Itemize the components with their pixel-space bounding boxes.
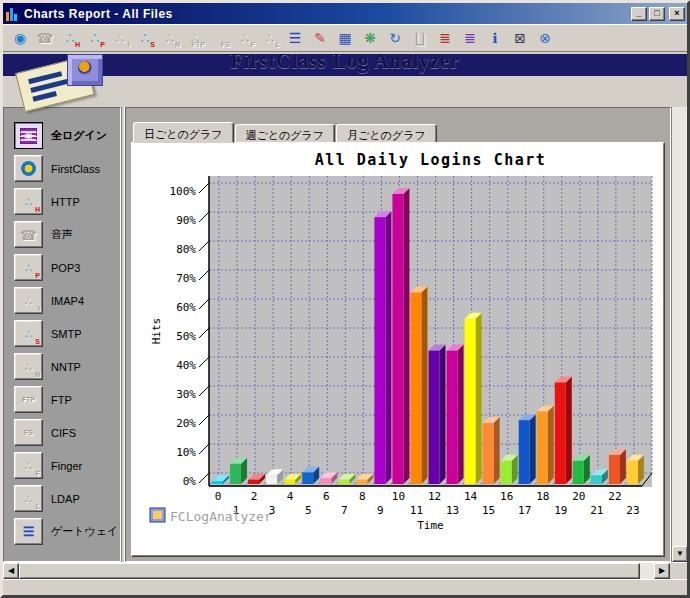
sidebar-item-label: IMAP4 [51,295,84,307]
sidebar-item-nntp[interactable]: ∴NNNTP [14,350,120,383]
smtp-icon: ∴ [141,31,150,45]
banner: FirstClass Log Analyzer [3,52,687,107]
title-bar[interactable]: Charts Report - All Files _ □ × [3,3,687,24]
imap4-icon: ∴ [116,31,125,45]
tab-monthly[interactable]: 月ごとのグラフ [336,124,437,143]
toolbar-button-firstclass[interactable]: ◉ [9,27,31,49]
toolbar-button-imap4[interactable]: ∴I [109,27,131,49]
toolbar-button-nntp[interactable]: ∴N [159,27,181,49]
sidebar-item-firstclass[interactable]: FirstClass [14,152,120,185]
sidebar-item-smtp[interactable]: ∴SSMTP [14,317,120,350]
finger-icon: ∴F [15,459,42,473]
sidebar-button-finger[interactable]: ∴F [14,452,43,479]
ldap-icon: ∴ [266,31,275,45]
sidebar-button-smtp[interactable]: ∴S [14,320,43,347]
toolbar-button-user-paint[interactable]: ✎ [309,27,331,49]
bar-hour-12 [429,345,446,484]
scroll-right-button[interactable]: ▶ [654,563,670,579]
x-tick-label: 21 [590,504,603,517]
sidebar-item-ldap[interactable]: ∴LLDAP [14,482,120,515]
sidebar-button-ldap[interactable]: ∴L [14,485,43,512]
bar-hour-20 [573,455,590,484]
sidebar-button-all-logins[interactable]: ◉ [14,122,43,149]
sidebar-button-imap4[interactable]: ∴I [14,287,43,314]
close-button[interactable]: × [669,7,685,21]
ldap-letter: L [276,41,280,48]
sidebar-item-label: POP3 [51,262,80,274]
pop3-icon: ∴P [15,261,42,275]
toolbar: ◉☎∴H∴P∴I∴S∴N∴FTPFS∴F∴L☰✎▦❋↻∐≣≣ℹ⊠⊗ [3,24,687,52]
y-tick-label: 70% [176,272,196,285]
tab-daily[interactable]: 日ごとのグラフ [133,122,234,143]
scroll-down-button[interactable]: ▼ [672,546,688,562]
refresh-chart-icon: ↻ [389,31,401,45]
sidebar-button-pop3[interactable]: ∴P [14,254,43,281]
sidebar-item-all-logins[interactable]: ◉全ログイン [14,119,120,152]
toolbar-button-settings-list[interactable]: ≣ [459,27,481,49]
toolbar-button-ftp[interactable]: ∴FTP [184,27,206,49]
nntp-letter: N [175,41,180,48]
sidebar-item-gateway[interactable]: ☰ゲートウェイ [14,515,120,548]
scroll-left-button[interactable]: ◀ [3,563,19,579]
sidebar-button-http[interactable]: ∴H [14,188,43,215]
toolbar-button-finger[interactable]: ∴F [234,27,256,49]
x-axis-label: Time [417,519,444,532]
bar-hour-14 [465,313,482,484]
toolbar-button-close-globe[interactable]: ⊗ [534,27,556,49]
sidebar-item-cifs[interactable]: FSCIFS [14,416,120,449]
horizontal-scrollbar[interactable]: ◀ ▶ [3,562,687,579]
toolbar-button-gateway[interactable]: ☰ [284,27,306,49]
toolbar-button-voice[interactable]: ☎ [34,27,56,49]
http-icon: ∴ [66,31,75,45]
toolbar-button-histogram[interactable]: ∐ [409,27,431,49]
sidebar-item-http[interactable]: ∴HHTTP [14,185,120,218]
toolbar-button-image[interactable]: ▦ [334,27,356,49]
sidebar-button-ftp[interactable]: FTP [14,386,43,413]
x-tick-label: 15 [482,504,495,517]
toolbar-button-info[interactable]: ℹ [484,27,506,49]
sidebar-button-cifs[interactable]: FS [14,419,43,446]
chart-title: All Daily Logins Chart [315,151,547,169]
y-tick-label: 30% [176,388,196,401]
sidebar-item-label: 音声 [51,227,73,242]
toolbar-button-report-list[interactable]: ≣ [434,27,456,49]
bar-hour-16 [501,455,518,484]
y-tick-label: 90% [176,214,196,227]
vertical-scrollbar[interactable]: ▼ [671,107,687,562]
toolbar-button-globe-users[interactable]: ❋ [359,27,381,49]
bar-hour-13 [447,345,464,484]
voice-icon: ☎ [36,31,53,45]
sidebar-item-pop3[interactable]: ∴PPOP3 [14,251,120,284]
toolbar-button-refresh-chart[interactable]: ↻ [384,27,406,49]
sidebar-button-nntp[interactable]: ∴N [14,353,43,380]
x-tick-label: 23 [626,504,639,517]
toolbar-button-pop3[interactable]: ∴P [84,27,106,49]
minimize-button[interactable]: _ [631,7,647,21]
toolbar-button-http[interactable]: ∴H [59,27,81,49]
toolbar-button-cifs[interactable]: FS [209,27,231,49]
toolbar-button-smtp[interactable]: ∴S [134,27,156,49]
y-axis-label: Hits [150,318,163,345]
logins-chart: 0%10%20%30%40%50%60%70%80%90%100%0123456… [134,143,664,547]
sidebar-item-voice[interactable]: ☎音声 [14,218,120,251]
sidebar-item-imap4[interactable]: ∴IIMAP4 [14,284,120,317]
toolbar-button-ldap[interactable]: ∴L [259,27,281,49]
pop3-letter: P [100,41,105,48]
tab-weekly[interactable]: 週ごとのグラフ [235,124,336,143]
sidebar-button-voice[interactable]: ☎ [14,221,43,248]
y-tick-label: 20% [176,417,196,430]
maximize-button[interactable]: □ [649,7,665,21]
sidebar-button-firstclass[interactable] [14,155,43,182]
x-tick-label: 4 [287,490,294,503]
sidebar-item-finger[interactable]: ∴FFinger [14,449,120,482]
horizontal-scroll-thumb[interactable] [19,563,640,579]
y-tick-label: 60% [176,301,196,314]
finger-letter: F [251,41,255,48]
x-tick-label: 14 [464,490,478,503]
y-tick-label: 100% [170,185,197,198]
imap4-icon: ∴I [15,294,42,308]
sidebar-item-ftp[interactable]: FTPFTP [14,383,120,416]
x-tick-label: 11 [410,504,423,517]
sidebar-button-gateway[interactable]: ☰ [14,518,43,545]
toolbar-button-close-window[interactable]: ⊠ [509,27,531,49]
